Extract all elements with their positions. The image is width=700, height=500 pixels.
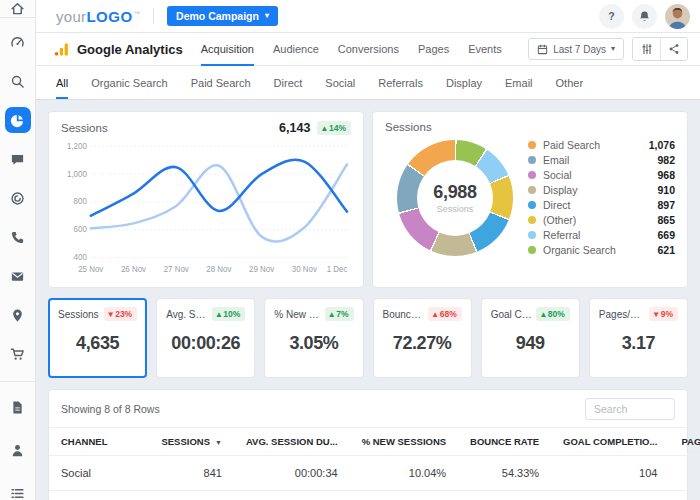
sidebar-item-dashboard[interactable] — [5, 29, 31, 55]
subtab-paid-search[interactable]: Paid Search — [191, 66, 251, 99]
svg-text:29 Nov: 29 Nov — [249, 265, 275, 274]
kpi-card-goal-co[interactable]: Goal Co...▴ 80%949 — [481, 298, 580, 378]
sidebar-item-chat[interactable] — [5, 146, 31, 172]
user-icon — [10, 443, 25, 458]
column-header-bounce-rate[interactable]: BOUNCE RATE — [458, 428, 551, 456]
subtab-display[interactable]: Display — [446, 66, 482, 99]
subtab-social[interactable]: Social — [325, 66, 355, 99]
legend-item-paid-search[interactable]: Paid Search1,076 — [528, 139, 675, 151]
kpi-card-avg-ses[interactable]: Avg. Ses...▴ 10%00:00:26 — [156, 298, 255, 378]
column-header-goal-completio[interactable]: GOAL COMPLETIO... — [551, 428, 669, 456]
location-icon — [10, 308, 25, 323]
pie-chart-icon — [10, 113, 25, 128]
legend-label: Social — [543, 169, 572, 181]
tab-events[interactable]: Events — [468, 33, 502, 66]
share-icon — [668, 43, 680, 55]
subtab-organic-search[interactable]: Organic Search — [91, 66, 167, 99]
line-card-header: Sessions 6,143 ▴ 14% — [61, 121, 351, 135]
sidebar-item-home[interactable] — [0, 0, 35, 18]
column-header-new-sessions[interactable]: % NEW SESSIONS — [350, 428, 458, 456]
sidebar-item-ecommerce[interactable] — [5, 341, 31, 367]
user-avatar[interactable] — [665, 4, 690, 29]
sessions-line-chart[interactable]: 4006008001,0001,20025 Nov26 Nov27 Nov28 … — [61, 138, 351, 276]
question-mark-icon: ? — [608, 10, 614, 22]
data-source-title: Google Analytics — [77, 42, 183, 57]
tab-pages[interactable]: Pages — [418, 33, 449, 66]
arrow-up-icon: ▴ — [217, 309, 221, 319]
chat-icon — [10, 152, 25, 167]
subtab-all[interactable]: All — [56, 66, 68, 99]
delta-badge: ▴ 14% — [317, 121, 351, 135]
legend-item-email[interactable]: Email982 — [528, 154, 675, 166]
dashboard-icon — [10, 35, 25, 50]
kpi-label: Sessions — [58, 309, 99, 320]
table-cell: 841 — [149, 456, 234, 491]
table-cell: 813 — [149, 491, 234, 500]
subtab-direct[interactable]: Direct — [274, 66, 303, 99]
column-header-pages-session[interactable]: PAGES/SESSION — [669, 428, 700, 456]
channels-table: CHANNELSESSIONS▼AVG. SESSION DU...% NEW … — [49, 427, 700, 500]
sidebar-item-reports[interactable] — [5, 394, 31, 420]
sidebar — [0, 0, 36, 500]
legend-dot-icon — [528, 141, 536, 149]
kpi-card-bounce[interactable]: Bounce ...▴ 68%72.27% — [373, 298, 472, 378]
notifications-button[interactable] — [632, 4, 657, 29]
subtab-referrals[interactable]: Referrals — [378, 66, 423, 99]
filter-button[interactable] — [633, 38, 660, 60]
campaign-selector-button[interactable]: Demo Campaign ▾ — [167, 6, 278, 26]
sidebar-item-locations[interactable] — [5, 302, 31, 328]
legend-label: Referral — [543, 229, 580, 241]
sessions-total-value: 6,143 — [279, 121, 310, 135]
campaign-label: Demo Campaign — [176, 10, 259, 22]
table-row-social[interactable]: Social84100:00:3410.04%54.33%1045.82 — [49, 456, 700, 491]
legend-item-direct[interactable]: Direct897 — [528, 199, 675, 211]
tab-audience[interactable]: Audience — [273, 33, 319, 66]
legend-dot-icon — [528, 201, 536, 209]
table-search-input[interactable] — [585, 398, 675, 420]
help-button[interactable]: ? — [599, 4, 624, 29]
sessions-donut-chart[interactable]: 6,988 Sessions — [397, 140, 513, 256]
date-range-button[interactable]: Last 7 Days ▾ — [528, 38, 624, 60]
legend-value: 621 — [657, 244, 675, 256]
legend-dot-icon — [528, 186, 536, 194]
tab-acquisition[interactable]: Acquisition — [201, 33, 254, 66]
sidebar-item-search[interactable] — [5, 68, 31, 94]
subtab-other[interactable]: Other — [556, 66, 584, 99]
table-cell: Organic Search — [49, 491, 149, 500]
sidebar-item-analytics[interactable] — [5, 107, 31, 133]
legend-item-other[interactable]: (Other)865 — [528, 214, 675, 226]
kpi-card-sessions[interactable]: Sessions▾ 23%4,635 — [48, 298, 147, 378]
delta-badge: ▴ 10% — [212, 307, 246, 321]
dashboard-content: Sessions 6,143 ▴ 14% 4006008001,0001,200… — [36, 100, 700, 500]
legend-item-organic-search[interactable]: Organic Search621 — [528, 244, 675, 256]
sidebar-item-lists[interactable] — [5, 480, 31, 500]
tab-conversions[interactable]: Conversions — [338, 33, 399, 66]
legend-item-display[interactable]: Display910 — [528, 184, 675, 196]
sidebar-item-users[interactable] — [5, 437, 31, 463]
column-header-avg-session-du[interactable]: AVG. SESSION DU... — [234, 428, 350, 456]
sidebar-item-calls[interactable] — [5, 224, 31, 250]
svg-text:1,000: 1,000 — [67, 169, 87, 178]
legend-dot-icon — [528, 246, 536, 254]
table-row-organic-search[interactable]: Organic Search81300:00:1510.10%56.08%825… — [49, 491, 700, 500]
cart-icon — [10, 347, 25, 362]
legend-label: Email — [543, 154, 569, 166]
sliders-icon — [641, 43, 653, 55]
rows-count-label: Showing 8 of 8 Rows — [61, 403, 160, 415]
kpi-card-new-s[interactable]: % New S...▴ 7%3.05% — [264, 298, 363, 378]
share-button[interactable] — [660, 38, 687, 60]
kpi-label: Goal Co... — [491, 309, 533, 320]
logo-prefix: your — [56, 8, 86, 25]
legend-item-social[interactable]: Social968 — [528, 169, 675, 181]
kpi-card-pages-se[interactable]: Pages/Se...▾ 9%3.17 — [589, 298, 688, 378]
logo[interactable]: your LOGO ™ — [56, 8, 140, 25]
table-cell: 00:00:15 — [234, 491, 350, 500]
legend-dot-icon — [528, 171, 536, 179]
sidebar-item-email[interactable] — [5, 263, 31, 289]
subtab-email[interactable]: Email — [505, 66, 533, 99]
legend-item-referral[interactable]: Referral669 — [528, 229, 675, 241]
legend-value: 910 — [657, 184, 675, 196]
column-header-channel[interactable]: CHANNEL — [49, 428, 149, 456]
sidebar-item-targeting[interactable] — [5, 185, 31, 211]
column-header-sessions[interactable]: SESSIONS▼ — [149, 428, 234, 456]
